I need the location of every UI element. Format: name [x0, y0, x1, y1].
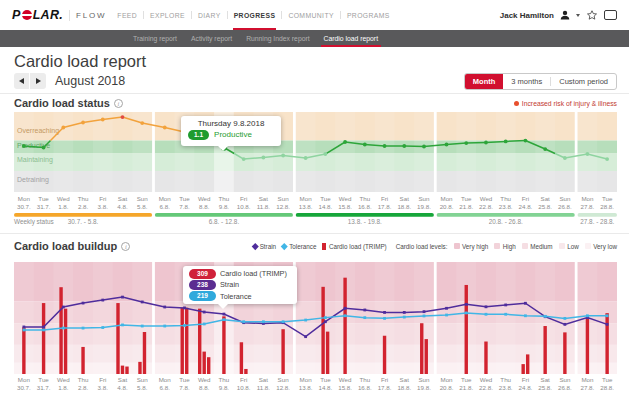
- devices-icon[interactable]: [604, 10, 617, 20]
- tolerance-point[interactable]: [344, 314, 347, 317]
- menu-item-diary[interactable]: DIARY: [192, 0, 227, 30]
- strain-point[interactable]: [344, 307, 347, 310]
- tab-training-report[interactable]: Training report: [126, 30, 184, 47]
- user-name[interactable]: Jack Hamilton: [500, 11, 554, 20]
- status-point[interactable]: [323, 152, 327, 156]
- previous-period-button[interactable]: [14, 73, 30, 89]
- trimp-bar[interactable]: [181, 308, 184, 374]
- trimp-bar[interactable]: [198, 309, 201, 374]
- menu-item-explore[interactable]: EXPLORE: [144, 0, 191, 30]
- trimp-bar[interactable]: [425, 339, 428, 374]
- strain-point[interactable]: [445, 307, 448, 310]
- tolerance-point[interactable]: [563, 317, 566, 320]
- tolerance-point[interactable]: [163, 325, 166, 328]
- tolerance-point[interactable]: [141, 325, 144, 328]
- trimp-bar[interactable]: [244, 369, 247, 374]
- tolerance-point[interactable]: [62, 327, 65, 330]
- status-point[interactable]: [140, 121, 144, 125]
- trimp-bar[interactable]: [240, 342, 243, 374]
- trimp-bar[interactable]: [281, 329, 284, 374]
- trimp-bar[interactable]: [203, 352, 206, 374]
- strain-point[interactable]: [606, 323, 609, 326]
- strain-point[interactable]: [485, 305, 488, 308]
- tolerance-point[interactable]: [465, 312, 468, 315]
- menu-item-community[interactable]: COMMUNITY: [282, 0, 340, 30]
- tolerance-point[interactable]: [223, 318, 226, 321]
- strain-point[interactable]: [403, 311, 406, 314]
- trimp-bar[interactable]: [22, 327, 25, 374]
- trimp-bar[interactable]: [59, 287, 62, 374]
- weekly-status-bar[interactable]: [155, 213, 293, 217]
- tolerance-point[interactable]: [586, 314, 589, 317]
- trimp-bar[interactable]: [484, 342, 487, 374]
- tolerance-point[interactable]: [383, 317, 386, 320]
- strain-point[interactable]: [504, 304, 507, 307]
- tolerance-point[interactable]: [544, 315, 547, 318]
- trimp-bar[interactable]: [81, 347, 84, 374]
- tolerance-point[interactable]: [183, 324, 186, 327]
- next-period-button[interactable]: [30, 73, 46, 89]
- tolerance-point[interactable]: [445, 314, 448, 317]
- user-icon[interactable]: [560, 10, 570, 20]
- user-dropdown-caret-icon[interactable]: [576, 14, 580, 17]
- strain-point[interactable]: [141, 301, 144, 304]
- strain-point[interactable]: [101, 299, 104, 302]
- trimp-bar[interactable]: [521, 364, 524, 374]
- tab-running-index-report[interactable]: Running Index report: [239, 30, 316, 47]
- strain-point[interactable]: [563, 323, 566, 326]
- tolerance-point[interactable]: [262, 320, 265, 323]
- status-point[interactable]: [563, 156, 567, 160]
- tolerance-point[interactable]: [242, 320, 245, 323]
- trimp-bar[interactable]: [343, 278, 346, 374]
- status-point[interactable]: [464, 141, 468, 145]
- strain-point[interactable]: [22, 326, 25, 329]
- trimp-bar[interactable]: [125, 367, 128, 374]
- trimp-bar[interactable]: [121, 366, 124, 374]
- trimp-bar[interactable]: [207, 357, 210, 374]
- tolerance-point[interactable]: [606, 314, 609, 317]
- strain-point[interactable]: [82, 302, 85, 305]
- status-point[interactable]: [163, 126, 167, 130]
- weekly-status-bar[interactable]: [296, 213, 434, 217]
- trimp-bar[interactable]: [605, 313, 608, 374]
- strain-point[interactable]: [363, 309, 366, 312]
- status-point[interactable]: [484, 141, 488, 145]
- tolerance-point[interactable]: [42, 329, 45, 332]
- strain-point[interactable]: [324, 320, 327, 323]
- status-point[interactable]: [61, 126, 65, 130]
- trimp-bar[interactable]: [383, 336, 386, 374]
- status-point[interactable]: [242, 157, 246, 161]
- tolerance-point[interactable]: [324, 316, 327, 319]
- strain-point[interactable]: [183, 307, 186, 310]
- trimp-bar[interactable]: [563, 332, 566, 374]
- tolerance-point[interactable]: [363, 316, 366, 319]
- trimp-bar[interactable]: [42, 303, 45, 374]
- tolerance-point[interactable]: [423, 315, 426, 318]
- tolerance-point[interactable]: [304, 319, 307, 322]
- tab-cardio-load-report[interactable]: Cardio load report: [317, 30, 385, 47]
- trimp-bar[interactable]: [138, 362, 141, 374]
- strain-point[interactable]: [42, 326, 45, 329]
- strain-point[interactable]: [423, 310, 426, 313]
- info-icon[interactable]: i: [114, 99, 123, 108]
- tolerance-point[interactable]: [121, 324, 124, 327]
- favorites-star-icon[interactable]: [586, 9, 598, 21]
- tolerance-point[interactable]: [22, 329, 25, 332]
- polar-logo[interactable]: PLAR.: [12, 8, 63, 22]
- status-point[interactable]: [504, 140, 508, 144]
- status-point[interactable]: [101, 118, 105, 122]
- status-point[interactable]: [22, 144, 26, 148]
- menu-item-programs[interactable]: PROGRAMS: [341, 0, 396, 30]
- weekly-status-bar[interactable]: [14, 213, 152, 217]
- status-point[interactable]: [281, 154, 285, 158]
- strain-point[interactable]: [203, 311, 206, 314]
- strain-point[interactable]: [383, 311, 386, 314]
- three-months-button[interactable]: 3 months: [503, 74, 550, 89]
- trimp-bar[interactable]: [326, 332, 329, 374]
- status-point[interactable]: [402, 144, 406, 148]
- menu-item-progress[interactable]: PROGRESS: [228, 0, 282, 30]
- status-point[interactable]: [445, 143, 449, 147]
- trimp-bar[interactable]: [586, 318, 589, 374]
- weekly-status-bar[interactable]: [437, 213, 575, 217]
- strain-point[interactable]: [465, 303, 468, 306]
